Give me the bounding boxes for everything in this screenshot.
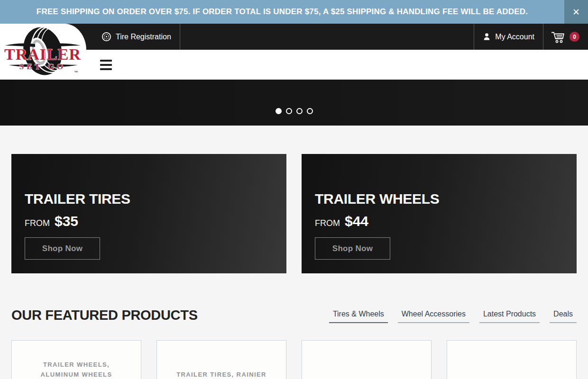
tire-registration-label: Tire Registration [116,33,171,41]
logo-trademark: ™ [74,70,78,74]
promo-from-label: FROM [315,218,340,228]
shop-now-button-tires[interactable]: Shop Now [25,237,100,260]
promo-title: TRAILER TIRES [25,191,286,207]
tab-latest-products[interactable]: Latest Products [479,310,540,323]
carousel-dots [0,108,588,114]
menu-bar [0,50,588,80]
carousel-dot-2[interactable] [286,108,292,114]
main-content: TRAILER TIRES FROM $35 Shop Now TRAILER … [0,154,588,379]
product-grid: TRAILER WHEELS, ALUMINUM WHEELS TRAILER … [11,340,577,379]
featured-products-title: OUR FEATURED PRODUCTS [11,307,198,323]
featured-tabs: Tires & Wheels Wheel Accessories Latest … [329,310,577,323]
promo-title: TRAILER WHEELS [315,191,577,207]
carousel-dot-1[interactable] [276,108,282,114]
product-card-4[interactable] [447,340,577,379]
promo-from-label: FROM [25,218,50,228]
promo-price-row: FROM $35 [25,213,286,229]
promo-price: $35 [55,213,78,229]
carousel-dot-3[interactable] [296,108,303,114]
site-logo[interactable]: TRAILER SET GO ™ [2,25,83,78]
carousel-dot-4[interactable] [307,108,313,114]
product-category [447,341,576,370]
hamburger-menu-icon[interactable] [98,58,114,72]
hero-carousel [0,80,588,126]
promo-section: TRAILER TIRES FROM $35 Shop Now TRAILER … [11,154,577,273]
tab-deals[interactable]: Deals [550,310,577,323]
cart-button[interactable]: 0 [543,24,588,50]
shop-now-button-wheels[interactable]: Shop Now [315,237,390,260]
tab-wheel-accessories[interactable]: Wheel Accessories [398,310,469,323]
user-icon [483,33,491,41]
free-shipping-banner: FREE SHIPPING ON ORDER OVER $75. IF ORDE… [0,0,588,24]
promo-card-trailer-wheels: TRAILER WHEELS FROM $44 Shop Now [302,154,577,273]
promo-price-row: FROM $44 [315,213,577,229]
product-category: TRAILER WHEELS, ALUMINUM WHEELS [12,341,141,379]
logo-text-trailer: TRAILER [4,45,81,63]
my-account-label: My Account [495,33,534,41]
product-category: TRAILER TIRES, RAINIER [157,341,286,379]
wheel-icon [101,32,111,42]
promo-card-trailer-tires: TRAILER TIRES FROM $35 Shop Now [11,154,286,273]
promo-price: $44 [345,213,368,229]
close-icon: ✕ [572,7,580,18]
cart-count-badge: 0 [570,32,579,42]
cart-icon [550,30,565,44]
tire-registration-link[interactable]: Tire Registration [93,24,180,50]
my-account-link[interactable]: My Account [474,24,543,50]
logo-text-setgo: SET GO [19,62,66,71]
featured-header: OUR FEATURED PRODUCTS Tires & Wheels Whe… [11,307,577,323]
tab-tires-and-wheels[interactable]: Tires & Wheels [329,310,388,323]
product-card-aluminum-wheels[interactable]: TRAILER WHEELS, ALUMINUM WHEELS [11,340,141,379]
product-card-3[interactable] [302,340,432,379]
banner-message: FREE SHIPPING ON ORDER OVER $75. IF ORDE… [0,0,564,24]
main-header: Tire Registration My Account 0 [0,24,588,50]
product-category [302,341,431,370]
banner-close-button[interactable]: ✕ [564,0,588,24]
product-card-rainier-tires[interactable]: TRAILER TIRES, RAINIER [156,340,286,379]
header-spacer [180,24,474,50]
